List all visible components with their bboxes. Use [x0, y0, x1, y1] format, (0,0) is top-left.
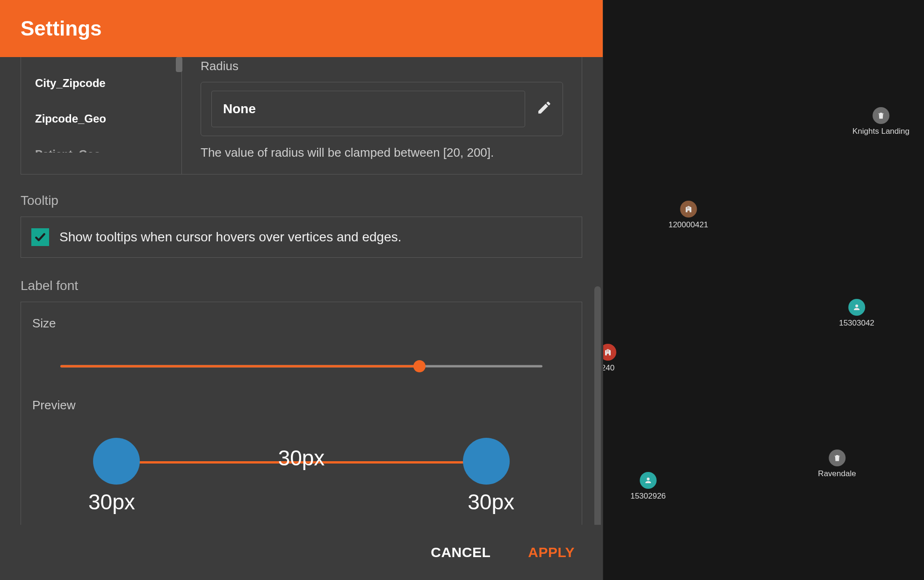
- field-list[interactable]: City_Zipcode Zipcode_Geo Patient_Geo: [21, 57, 182, 174]
- list-item-patient-geo[interactable]: Patient_Geo: [21, 137, 181, 152]
- trash-icon: [873, 107, 889, 124]
- graph-node-ravendale[interactable]: Ravendale: [818, 450, 856, 478]
- graph-node-label: 120000421: [668, 220, 708, 230]
- modal-title: Settings: [21, 17, 102, 40]
- preview-edge-size: 30px: [278, 445, 325, 471]
- apply-button[interactable]: APPLY: [528, 544, 575, 560]
- person-icon: [848, 299, 865, 316]
- labelfont-section-title: Label font: [21, 278, 582, 293]
- graph-node-15302926[interactable]: 15302926: [630, 472, 666, 501]
- tooltip-section-title: Tooltip: [21, 193, 582, 208]
- radius-hint: The value of radius will be clamped betw…: [201, 145, 563, 160]
- font-size-slider[interactable]: [60, 357, 542, 376]
- graph-node-label: 15303042: [839, 319, 874, 328]
- size-label: Size: [32, 316, 570, 331]
- person-icon: [640, 472, 657, 489]
- graph-node-label: Knights Landing: [852, 127, 910, 136]
- tooltip-checkbox[interactable]: [31, 228, 49, 246]
- modal-body-scrollbar[interactable]: [594, 286, 601, 525]
- slider-fill: [60, 365, 419, 368]
- list-item-city-zipcode[interactable]: City_Zipcode: [21, 65, 181, 101]
- graph-node-knights-landing[interactable]: Knights Landing: [852, 107, 910, 136]
- modal-header: Settings: [0, 0, 603, 57]
- preview-label: Preview: [32, 398, 570, 413]
- graph-node-label: Ravendale: [818, 469, 856, 478]
- trash-icon: [829, 450, 845, 466]
- graph-node-label: 240: [601, 363, 614, 373]
- preview-right-size: 30px: [468, 489, 514, 515]
- building-icon: [680, 201, 697, 218]
- graph-node-120000421[interactable]: 120000421: [668, 201, 708, 230]
- edit-icon[interactable]: [536, 100, 552, 119]
- radius-value[interactable]: None: [211, 91, 525, 127]
- cancel-button[interactable]: CANCEL: [431, 544, 491, 560]
- slider-thumb[interactable]: [413, 360, 426, 372]
- list-item-zipcode-geo[interactable]: Zipcode_Geo: [21, 101, 181, 137]
- graph-node-15303042[interactable]: 15303042: [839, 299, 874, 328]
- preview-node-left: [93, 438, 140, 485]
- tooltip-text: Show tooltips when cursor hovers over ve…: [59, 230, 402, 245]
- radius-panel: Radius None The value of radius will be …: [182, 57, 582, 174]
- preview-area: 30px 30px 30px: [37, 430, 566, 524]
- modal-footer: CANCEL APPLY: [0, 525, 603, 580]
- field-list-scrollbar[interactable]: [176, 57, 182, 72]
- upper-panel: City_Zipcode Zipcode_Geo Patient_Geo Rad…: [21, 57, 582, 174]
- modal-body[interactable]: City_Zipcode Zipcode_Geo Patient_Geo Rad…: [0, 57, 603, 525]
- settings-modal: Settings City_Zipcode Zipcode_Geo Patien…: [0, 0, 603, 580]
- labelfont-box: Size Preview 30px 30px 30px: [21, 302, 582, 525]
- preview-node-right: [463, 438, 510, 485]
- preview-left-size: 30px: [88, 489, 135, 515]
- tooltip-box: Show tooltips when cursor hovers over ve…: [21, 217, 582, 258]
- radius-label: Radius: [201, 59, 563, 73]
- graph-node-label: 15302926: [630, 492, 666, 501]
